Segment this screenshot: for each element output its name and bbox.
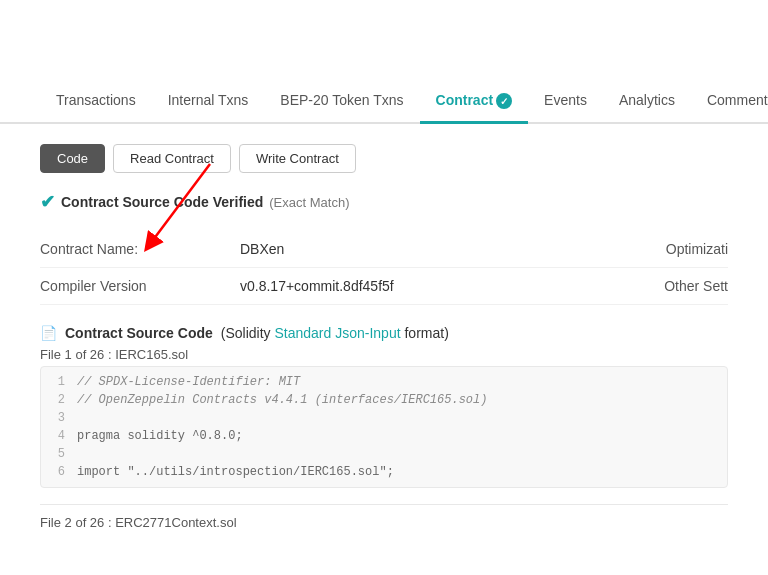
- line-content: pragma solidity ^0.8.0;: [77, 429, 243, 443]
- write-contract-button[interactable]: Write Contract: [239, 144, 356, 173]
- code-line: 4pragma solidity ^0.8.0;: [41, 427, 727, 445]
- file2-label: File 2 of 26 : ERC2771Context.sol: [40, 504, 728, 534]
- standard-json-input-link[interactable]: Standard Json-Input: [275, 325, 401, 341]
- tab-transactions[interactable]: Transactions: [40, 80, 152, 124]
- file1-label: File 1 of 26 : IERC165.sol: [40, 347, 728, 362]
- info-value: v0.8.17+commit.8df45f5f: [240, 278, 394, 294]
- tab-badge-contract: ✓: [496, 93, 512, 109]
- line-number: 6: [41, 465, 77, 479]
- info-row: Compiler Versionv0.8.17+commit.8df45f5fO…: [40, 268, 728, 305]
- source-code-section-title: 📄 Contract Source Code (Solidity Standar…: [40, 325, 728, 341]
- code-line: 3: [41, 409, 727, 427]
- tab-comments[interactable]: Comments: [691, 80, 768, 124]
- line-content: // OpenZeppelin Contracts v4.4.1 (interf…: [77, 393, 487, 407]
- content-area: CodeRead ContractWrite Contract ✔ Contra…: [0, 124, 768, 554]
- info-row: Contract Name:DBXenOptimizati: [40, 231, 728, 268]
- info-table: Contract Name:DBXenOptimizatiCompiler Ve…: [40, 231, 728, 305]
- line-content: import "../utils/introspection/IERC165.s…: [77, 465, 394, 479]
- line-content: // SPDX-License-Identifier: MIT: [77, 375, 300, 389]
- tab-bep20[interactable]: BEP-20 Token Txns: [264, 80, 419, 124]
- verified-line: ✔ Contract Source Code Verified (Exact M…: [40, 191, 728, 213]
- info-value: DBXen: [240, 241, 284, 257]
- info-label: Contract Name:: [40, 241, 240, 257]
- verified-bold-text: Contract Source Code Verified: [61, 194, 263, 210]
- tab-events[interactable]: Events: [528, 80, 603, 124]
- source-code-label: Contract Source Code: [65, 325, 213, 341]
- doc-icon: 📄: [40, 325, 57, 341]
- read-contract-button[interactable]: Read Contract: [113, 144, 231, 173]
- line-number: 3: [41, 411, 77, 425]
- tab-analytics[interactable]: Analytics: [603, 80, 691, 124]
- source-code-sub: (Solidity Standard Json-Input format): [221, 325, 449, 341]
- tabs-bar: TransactionsInternal TxnsBEP-20 Token Tx…: [0, 80, 768, 124]
- line-number: 5: [41, 447, 77, 461]
- verified-icon: ✔: [40, 191, 55, 213]
- code-line: 2// OpenZeppelin Contracts v4.4.1 (inter…: [41, 391, 727, 409]
- tab-contract[interactable]: Contract✓: [420, 80, 529, 124]
- sub-buttons-row: CodeRead ContractWrite Contract: [40, 144, 728, 173]
- line-number: 2: [41, 393, 77, 407]
- info-label: Compiler Version: [40, 278, 240, 294]
- code-block: 1// SPDX-License-Identifier: MIT2// Open…: [40, 366, 728, 488]
- tab-internal-txns[interactable]: Internal Txns: [152, 80, 265, 124]
- code-line: 5: [41, 445, 727, 463]
- code-button[interactable]: Code: [40, 144, 105, 173]
- line-number: 1: [41, 375, 77, 389]
- info-right: Other Sett: [664, 278, 728, 294]
- verified-sub-text: (Exact Match): [269, 195, 349, 210]
- code-line: 6import "../utils/introspection/IERC165.…: [41, 463, 727, 487]
- code-line: 1// SPDX-License-Identifier: MIT: [41, 367, 727, 391]
- info-right: Optimizati: [666, 241, 728, 257]
- line-number: 4: [41, 429, 77, 443]
